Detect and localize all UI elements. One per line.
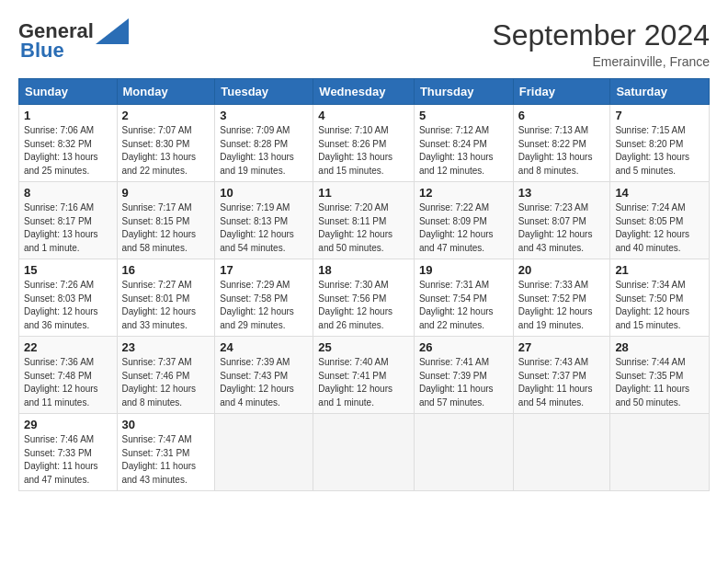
day-info: Sunrise: 7:46 AM Sunset: 7:33 PM Dayligh…	[24, 433, 112, 487]
svg-marker-0	[96, 18, 129, 44]
day-number: 5	[419, 109, 508, 122]
day-number: 3	[220, 109, 308, 122]
day-number: 11	[318, 186, 409, 200]
day-info: Sunrise: 7:23 AM Sunset: 8:07 PM Dayligh…	[518, 201, 606, 255]
day-info: Sunrise: 7:27 AM Sunset: 8:01 PM Dayligh…	[122, 279, 210, 332]
calendar-cell: 30Sunrise: 7:47 AM Sunset: 7:31 PM Dayli…	[117, 414, 215, 491]
day-number: 26	[419, 340, 508, 354]
day-number: 18	[318, 263, 409, 277]
location: Emerainville, France	[492, 54, 710, 69]
day-info: Sunrise: 7:13 AM Sunset: 8:22 PM Dayligh…	[518, 124, 606, 178]
day-number: 10	[220, 186, 308, 200]
calendar-cell: 9Sunrise: 7:17 AM Sunset: 8:15 PM Daylig…	[117, 182, 215, 259]
day-info: Sunrise: 7:15 AM Sunset: 8:20 PM Dayligh…	[615, 124, 704, 178]
logo: General Blue	[18, 18, 129, 63]
day-info: Sunrise: 7:44 AM Sunset: 7:35 PM Dayligh…	[615, 356, 704, 409]
calendar-cell: 16Sunrise: 7:27 AM Sunset: 8:01 PM Dayli…	[117, 259, 215, 337]
calendar-cell: 20Sunrise: 7:33 AM Sunset: 7:52 PM Dayli…	[513, 259, 610, 337]
day-info: Sunrise: 7:26 AM Sunset: 8:03 PM Dayligh…	[24, 279, 112, 332]
day-number: 24	[220, 340, 308, 354]
calendar-cell: 4Sunrise: 7:10 AM Sunset: 8:26 PM Daylig…	[313, 105, 415, 182]
day-info: Sunrise: 7:47 AM Sunset: 7:31 PM Dayligh…	[122, 433, 210, 487]
day-number: 9	[122, 186, 210, 200]
day-number: 1	[24, 109, 112, 122]
title-area: September 2024 Emerainville, France	[492, 18, 710, 69]
calendar-cell: 22Sunrise: 7:36 AM Sunset: 7:48 PM Dayli…	[19, 337, 118, 414]
day-info: Sunrise: 7:19 AM Sunset: 8:13 PM Dayligh…	[220, 201, 308, 255]
day-number: 4	[318, 109, 409, 122]
calendar-cell: 23Sunrise: 7:37 AM Sunset: 7:46 PM Dayli…	[117, 337, 215, 414]
column-header-monday: Monday	[117, 79, 215, 105]
calendar-cell: 12Sunrise: 7:22 AM Sunset: 8:09 PM Dayli…	[414, 182, 513, 259]
day-info: Sunrise: 7:17 AM Sunset: 8:15 PM Dayligh…	[122, 201, 210, 255]
day-info: Sunrise: 7:36 AM Sunset: 7:48 PM Dayligh…	[24, 356, 112, 409]
week-row-1: 1Sunrise: 7:06 AM Sunset: 8:32 PM Daylig…	[19, 105, 710, 182]
calendar-cell: 25Sunrise: 7:40 AM Sunset: 7:41 PM Dayli…	[313, 337, 415, 414]
calendar-cell: 5Sunrise: 7:12 AM Sunset: 8:24 PM Daylig…	[414, 105, 513, 182]
calendar-cell: 18Sunrise: 7:30 AM Sunset: 7:56 PM Dayli…	[313, 259, 415, 337]
week-row-3: 15Sunrise: 7:26 AM Sunset: 8:03 PM Dayli…	[19, 259, 710, 337]
day-info: Sunrise: 7:40 AM Sunset: 7:41 PM Dayligh…	[318, 356, 409, 409]
day-info: Sunrise: 7:24 AM Sunset: 8:05 PM Dayligh…	[615, 201, 704, 255]
day-number: 25	[318, 340, 409, 354]
day-info: Sunrise: 7:06 AM Sunset: 8:32 PM Dayligh…	[24, 124, 112, 178]
column-header-tuesday: Tuesday	[215, 79, 313, 105]
day-info: Sunrise: 7:12 AM Sunset: 8:24 PM Dayligh…	[419, 124, 508, 178]
calendar-cell: 6Sunrise: 7:13 AM Sunset: 8:22 PM Daylig…	[513, 105, 610, 182]
day-info: Sunrise: 7:39 AM Sunset: 7:43 PM Dayligh…	[220, 356, 308, 409]
day-number: 16	[122, 263, 210, 277]
day-info: Sunrise: 7:43 AM Sunset: 7:37 PM Dayligh…	[518, 356, 606, 409]
day-info: Sunrise: 7:16 AM Sunset: 8:17 PM Dayligh…	[24, 201, 112, 255]
day-number: 19	[419, 263, 508, 277]
week-row-4: 22Sunrise: 7:36 AM Sunset: 7:48 PM Dayli…	[19, 337, 710, 414]
column-header-friday: Friday	[513, 79, 610, 105]
calendar-cell: 27Sunrise: 7:43 AM Sunset: 7:37 PM Dayli…	[513, 337, 610, 414]
day-number: 8	[24, 186, 112, 200]
day-number: 14	[615, 186, 704, 200]
calendar-cell: 1Sunrise: 7:06 AM Sunset: 8:32 PM Daylig…	[19, 105, 118, 182]
calendar-cell: 10Sunrise: 7:19 AM Sunset: 8:13 PM Dayli…	[215, 182, 313, 259]
day-number: 13	[518, 186, 606, 200]
calendar-cell	[610, 414, 710, 491]
day-info: Sunrise: 7:10 AM Sunset: 8:26 PM Dayligh…	[318, 124, 409, 178]
day-number: 15	[24, 263, 112, 277]
day-number: 6	[518, 109, 606, 122]
day-info: Sunrise: 7:31 AM Sunset: 7:54 PM Dayligh…	[419, 279, 508, 332]
day-info: Sunrise: 7:20 AM Sunset: 8:11 PM Dayligh…	[318, 201, 409, 255]
calendar-cell: 17Sunrise: 7:29 AM Sunset: 7:58 PM Dayli…	[215, 259, 313, 337]
day-number: 22	[24, 340, 112, 354]
calendar-cell	[513, 414, 610, 491]
column-header-sunday: Sunday	[19, 79, 118, 105]
page-header: General Blue September 2024 Emerainville…	[18, 18, 710, 69]
calendar-header-row: SundayMondayTuesdayWednesdayThursdayFrid…	[19, 79, 710, 105]
week-row-2: 8Sunrise: 7:16 AM Sunset: 8:17 PM Daylig…	[19, 182, 710, 259]
logo-icon	[96, 18, 129, 44]
logo-subtext: Blue	[20, 39, 64, 63]
day-number: 12	[419, 186, 508, 200]
calendar-cell: 13Sunrise: 7:23 AM Sunset: 8:07 PM Dayli…	[513, 182, 610, 259]
calendar-cell: 8Sunrise: 7:16 AM Sunset: 8:17 PM Daylig…	[19, 182, 118, 259]
day-number: 23	[122, 340, 210, 354]
day-number: 28	[615, 340, 704, 354]
column-header-thursday: Thursday	[414, 79, 513, 105]
calendar-cell: 29Sunrise: 7:46 AM Sunset: 7:33 PM Dayli…	[19, 414, 118, 491]
day-info: Sunrise: 7:41 AM Sunset: 7:39 PM Dayligh…	[419, 356, 508, 409]
calendar-cell	[414, 414, 513, 491]
calendar-cell	[313, 414, 415, 491]
calendar-cell: 28Sunrise: 7:44 AM Sunset: 7:35 PM Dayli…	[610, 337, 710, 414]
day-info: Sunrise: 7:29 AM Sunset: 7:58 PM Dayligh…	[220, 279, 308, 332]
calendar-cell: 21Sunrise: 7:34 AM Sunset: 7:50 PM Dayli…	[610, 259, 710, 337]
calendar-cell: 19Sunrise: 7:31 AM Sunset: 7:54 PM Dayli…	[414, 259, 513, 337]
calendar-cell: 3Sunrise: 7:09 AM Sunset: 8:28 PM Daylig…	[215, 105, 313, 182]
day-number: 17	[220, 263, 308, 277]
calendar-cell: 11Sunrise: 7:20 AM Sunset: 8:11 PM Dayli…	[313, 182, 415, 259]
day-number: 29	[24, 418, 112, 431]
calendar-cell: 14Sunrise: 7:24 AM Sunset: 8:05 PM Dayli…	[610, 182, 710, 259]
day-number: 7	[615, 109, 704, 122]
day-number: 2	[122, 109, 210, 122]
day-info: Sunrise: 7:22 AM Sunset: 8:09 PM Dayligh…	[419, 201, 508, 255]
day-number: 27	[518, 340, 606, 354]
column-header-wednesday: Wednesday	[313, 79, 415, 105]
day-number: 21	[615, 263, 704, 277]
day-info: Sunrise: 7:30 AM Sunset: 7:56 PM Dayligh…	[318, 279, 409, 332]
